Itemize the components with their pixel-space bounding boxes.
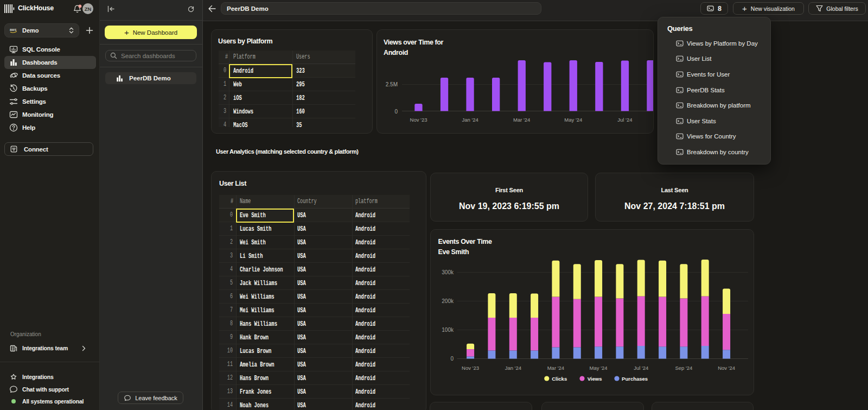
- svg-text:Views: Views: [588, 376, 602, 382]
- svg-text:Mar '24: Mar '24: [547, 365, 564, 371]
- svg-text:Clicks: Clicks: [552, 376, 567, 382]
- svg-text:100k: 100k: [442, 327, 454, 333]
- svg-text:May '24: May '24: [590, 365, 608, 371]
- svg-text:aws: aws: [10, 28, 17, 31]
- svg-text:200k: 200k: [442, 298, 454, 304]
- svg-text:0: 0: [394, 109, 398, 115]
- svg-text:Nov '24: Nov '24: [718, 365, 735, 371]
- svg-text:May '24: May '24: [564, 117, 582, 123]
- svg-text:Purchases: Purchases: [622, 376, 648, 382]
- svg-text:Jul '24: Jul '24: [617, 117, 632, 123]
- svg-text:Sep '24: Sep '24: [675, 365, 692, 371]
- svg-text:Nov '23: Nov '23: [462, 365, 479, 371]
- svg-text:Mar '24: Mar '24: [513, 117, 530, 123]
- svg-text:2.5M: 2.5M: [386, 81, 398, 87]
- svg-text:Jul '24: Jul '24: [634, 365, 648, 371]
- svg-text:Jan '24: Jan '24: [462, 117, 478, 123]
- svg-text:Nov '23: Nov '23: [410, 117, 427, 123]
- svg-text:300k: 300k: [442, 269, 454, 275]
- svg-text:0: 0: [450, 356, 454, 362]
- svg-text:Jan '24: Jan '24: [505, 365, 521, 371]
